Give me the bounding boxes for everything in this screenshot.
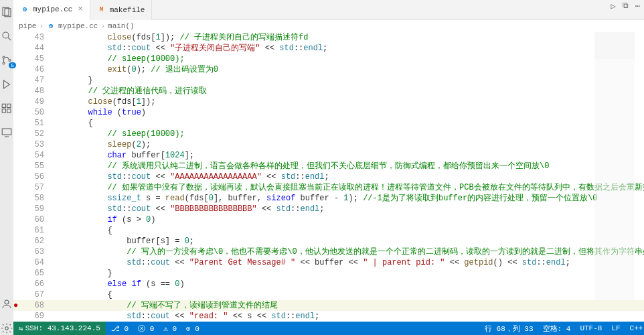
code-line[interactable]: 59 std::cout << "BBBBBBBBBBBBBBBB" << st… [13,204,644,214]
code-line[interactable]: 47 } [13,75,644,86]
indentation[interactable]: 空格: 4 [543,324,571,334]
line-content[interactable]: // sleep(10000); [50,129,644,139]
remote-host[interactable]: ⇋ SSH: 43.143.224.5 [13,322,106,335]
code-line[interactable]: 58 ssize_t s = read(fds[0], buffer, size… [13,193,644,204]
breakpoint-gutter[interactable] [13,225,25,236]
breakpoint-gutter[interactable] [13,247,25,257]
breakpoint-gutter[interactable] [13,214,25,225]
code-line[interactable]: 66 else if (s == 0) [13,279,644,289]
code-line[interactable]: 55 // 系统调用只认纯二进制，语言会做各种各样的处理，但我们不关心底层细节，… [13,161,644,172]
line-content[interactable]: { [50,225,644,236]
code-line[interactable]: 62 buffer[s] = 0; [13,236,644,247]
line-content[interactable]: std::cout << "子进程关闭自己的写端" << std::endl; [50,43,644,54]
code-line[interactable]: 44 std::cout << "子进程关闭自己的写端" << std::end… [13,43,644,54]
breakpoint-gutter[interactable] [13,172,25,182]
breakpoint-gutter[interactable] [13,311,25,322]
accounts-icon[interactable] [0,297,13,311]
code-line[interactable]: 64 std::cout << "Parent Get Message# " <… [13,257,644,268]
ports[interactable]: ⊙ 0 [186,324,199,333]
line-content[interactable]: exit(0); // 退出码设置为0 [50,64,644,75]
breakpoint-gutter[interactable] [13,86,25,96]
more-actions-icon[interactable]: ⋯ [635,1,640,11]
code-line[interactable]: 46 exit(0); // 退出码设置为0 [13,64,644,75]
breadcrumb[interactable]: pipe › ⊕ mypipe.cc › main() [13,20,644,32]
line-content[interactable]: { [50,289,644,300]
source-control-icon[interactable]: 5 [0,54,13,67]
breakpoint-gutter[interactable] [13,182,25,193]
breakpoint-gutter[interactable] [13,139,25,150]
breakpoint-gutter[interactable] [13,204,25,214]
line-content[interactable]: } [50,268,644,279]
explorer-icon[interactable] [0,5,13,19]
line-content[interactable]: { [50,118,644,129]
line-content[interactable]: else if (s == 0) [50,279,644,289]
code-editor[interactable]: 43 close(fds[1]); // 子进程关闭自己的写端描述符fd44 s… [13,32,644,322]
breakpoint-gutter[interactable] [13,64,25,75]
settings-icon[interactable] [0,322,13,335]
code-line[interactable]: 65 } [13,268,644,279]
code-line[interactable]: 45 // sleep(10000); [13,54,644,64]
code-line[interactable]: 60 if (s > 0) [13,214,644,225]
code-line[interactable]: 50 while (true) [13,107,644,118]
line-content[interactable]: sleep(2); [50,139,644,150]
language-mode[interactable]: C++ [630,324,643,332]
code-line[interactable]: 49 close(fds[1]); [13,96,644,107]
breakpoint-gutter[interactable] [13,236,25,247]
split-editor-icon[interactable]: ⧉ [623,1,629,11]
breadcrumb-folder[interactable]: pipe [19,22,36,30]
tab-mypipe.cc[interactable]: ⊕mypipe.cc× [13,0,90,20]
line-content[interactable]: // 系统调用只认纯二进制，语言会做各种各样的处理，但我们不关心底层细节，防御式… [50,161,644,172]
breakpoint-gutter[interactable]: ● [13,300,25,311]
breadcrumb-file[interactable]: mypipe.cc [58,22,98,30]
breakpoint-gutter[interactable] [13,150,25,161]
run-code-icon[interactable]: ▷ [611,1,616,11]
breakpoint-gutter[interactable] [13,257,25,268]
breadcrumb-symbol[interactable]: main() [108,22,135,30]
breakpoint-gutter[interactable] [13,279,25,289]
line-content[interactable]: if (s > 0) [50,214,644,225]
git-branch[interactable]: ⎇ 0 [111,324,129,333]
eol[interactable]: LF [611,324,620,332]
breakpoint-gutter[interactable] [13,161,25,172]
code-line[interactable]: 51 { [13,118,644,129]
breakpoint-gutter[interactable] [13,32,25,43]
breakpoint-gutter[interactable] [13,193,25,204]
line-content[interactable]: std::cout << "AAAAAAAAAAAAAAAAA" << std:… [50,172,644,182]
code-line[interactable]: 63 // 写入的一方没有考虑\0，他也不需要考虑\0，他认为他发送的就是一个个… [13,247,644,257]
line-content[interactable]: // 如果管道中没有了数据，读端再读，默认会直接阻塞当前正在读取的进程！进程等待… [50,182,644,193]
code-line[interactable]: 69 std::cout << "read: " << s << std::en… [13,311,644,322]
breakpoint-gutter[interactable] [13,268,25,279]
remote-explorer-icon[interactable] [0,126,13,139]
code-line[interactable]: 61 { [13,225,644,236]
extensions-icon[interactable] [0,102,13,115]
line-content[interactable]: std::cout << "BBBBBBBBBBBBBBBB" << std::… [50,204,644,214]
code-line[interactable]: ●68 // 写端不写了，读端读到管道文件的结尾 [13,300,644,311]
line-content[interactable]: buffer[s] = 0; [50,236,644,247]
line-content[interactable]: while (true) [50,107,644,118]
breakpoint-gutter[interactable] [13,96,25,107]
code-line[interactable]: 67 { [13,289,644,300]
line-content[interactable]: // 父进程的通信代码，进行读取 [50,86,644,96]
code-line[interactable]: 53 sleep(2); [13,139,644,150]
breakpoint-gutter[interactable] [13,118,25,129]
tab-makefile[interactable]: Mmakefile [90,0,153,20]
code-line[interactable]: 57 // 如果管道中没有了数据，读端再读，默认会直接阻塞当前正在读取的进程！进… [13,182,644,193]
breakpoint-gutter[interactable] [13,75,25,86]
run-debug-icon[interactable] [0,78,13,91]
line-content[interactable]: std::cout << "read: " << s << std::endl; [50,311,644,322]
breakpoint-gutter[interactable] [13,43,25,54]
close-icon[interactable]: × [78,5,82,14]
code-line[interactable]: 54 char buffer[1024]; [13,150,644,161]
line-content[interactable]: ssize_t s = read(fds[0], buffer, sizeof … [50,193,644,204]
line-content[interactable]: // 写端不写了，读端读到管道文件的结尾 [50,300,644,311]
warnings-count[interactable]: ⚠ 0 [163,324,177,333]
encoding[interactable]: UTF-8 [580,324,602,332]
breakpoint-gutter[interactable] [13,107,25,118]
errors-count[interactable]: ⓧ 0 [138,324,154,334]
line-content[interactable]: close(fds[1]); // 子进程关闭自己的写端描述符fd [50,32,644,43]
line-content[interactable]: // sleep(10000); [50,54,644,64]
code-line[interactable]: 48 // 父进程的通信代码，进行读取 [13,86,644,96]
search-icon[interactable] [0,29,13,43]
code-line[interactable]: 52 // sleep(10000); [13,129,644,139]
breakpoint-gutter[interactable] [13,54,25,64]
